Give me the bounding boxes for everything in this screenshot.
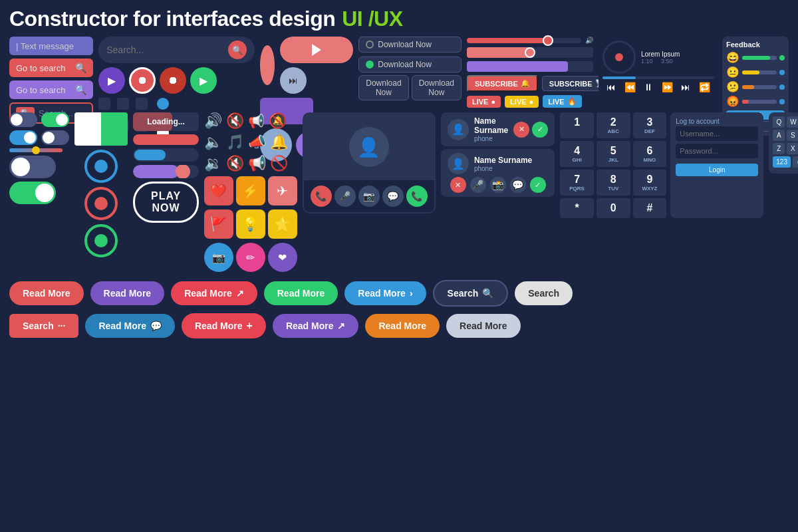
key-z[interactable]: Z	[773, 143, 785, 154]
speaker-icon[interactable]: 📣	[248, 134, 266, 151]
pause-btn[interactable]: ⏸	[644, 82, 653, 92]
readmore-btn-purple[interactable]: Read More	[90, 281, 165, 305]
no-music-icon[interactable]: 🎵	[226, 134, 244, 151]
loudspeaker-icon[interactable]: 📢	[248, 155, 266, 172]
accept-btn-1[interactable]: ✓	[532, 122, 548, 138]
volume-icon[interactable]: 🔊	[204, 112, 222, 130]
decline-btn-2[interactable]: ✕	[450, 177, 466, 193]
fb-dot-3[interactable]	[779, 84, 785, 90]
search-btn-dark[interactable]: Search 🔍	[433, 280, 509, 307]
readmore-btn-blue[interactable]: Read More ›	[344, 281, 426, 305]
search-btn-red-2[interactable]: Search ···	[9, 314, 78, 338]
num-4[interactable]: 4GHI	[560, 141, 594, 167]
circle-record-btn-2[interactable]: ⏺	[160, 67, 186, 94]
search-btn-white[interactable]: Search	[515, 281, 573, 305]
key-s[interactable]: S	[787, 130, 798, 141]
download-now-flat-btn-2[interactable]: Download Now	[412, 75, 462, 100]
live-badge-yellow[interactable]: LIVE ●	[505, 96, 539, 108]
readmore-btn-light[interactable]: Read More	[446, 314, 521, 338]
key-w[interactable]: W	[787, 116, 798, 128]
radio-1-checked[interactable]	[157, 98, 169, 110]
insta-btn[interactable]: 📸	[490, 177, 506, 193]
circle-no-icon[interactable]: 🚫	[270, 155, 288, 172]
readmore-btn-pinkred[interactable]: Read More ↗	[171, 281, 257, 305]
toggle-blue-1[interactable]	[9, 130, 37, 145]
go-to-search-input-2[interactable]: Go to search 🔍	[9, 80, 93, 99]
next-btn[interactable]: ⏭	[681, 82, 690, 92]
live-badge-red[interactable]: LIVE ●	[467, 96, 501, 108]
big-toggle-off[interactable]	[9, 156, 56, 178]
readmore-btn-share[interactable]: Read More ↗	[273, 314, 359, 338]
range-track-1[interactable]	[467, 38, 581, 43]
play-now-btn[interactable]: PLAY NOW	[133, 182, 199, 223]
heart-btn-sm[interactable]: ❤	[268, 243, 297, 272]
toggle-off-1[interactable]	[9, 112, 37, 127]
checkbox-1[interactable]	[98, 98, 110, 110]
circle-play-btn[interactable]: ▶	[98, 67, 125, 94]
num-6[interactable]: 6MNO	[633, 141, 667, 167]
range-track-2[interactable]	[467, 47, 593, 58]
progress-with-thumb[interactable]	[133, 165, 199, 178]
num-star[interactable]: *	[560, 198, 594, 218]
readmore-btn-orange[interactable]: Read More	[365, 314, 440, 338]
radio-ring-red[interactable]	[84, 187, 118, 220]
range-track-3[interactable]	[467, 61, 593, 72]
search-submit-btn[interactable]: 🔍	[228, 41, 247, 59]
fb-dot-4[interactable]	[779, 99, 785, 104]
download-btn-1[interactable]: Download Now	[358, 37, 462, 53]
big-toggle-on[interactable]	[9, 182, 56, 204]
key-emoji[interactable]: ☺	[793, 156, 798, 168]
no-bell-icon[interactable]: 🔔	[270, 134, 288, 151]
gradient-slider[interactable]	[9, 148, 63, 152]
rew-btn[interactable]: ⏪	[624, 82, 636, 92]
key-x[interactable]: X	[787, 143, 798, 154]
mic-btn[interactable]: 🎤	[334, 186, 356, 207]
num-2[interactable]: 2ABC	[597, 112, 630, 138]
hangup-btn[interactable]: 📞	[311, 186, 332, 207]
no-vol-icon[interactable]: 🔇	[226, 155, 244, 172]
chat-btn[interactable]: 💬	[382, 186, 404, 207]
checkbox-3[interactable]	[136, 98, 148, 110]
radio-ring-blue[interactable]	[84, 150, 118, 183]
next-btn-circle[interactable]: ⏭	[280, 67, 307, 94]
live-badge-blue[interactable]: LIVE 🔥	[543, 95, 581, 108]
edit-btn[interactable]: ✏	[236, 243, 265, 272]
camera-btn[interactable]: 📷	[204, 243, 233, 272]
heart-btn-red[interactable]: ❤️	[204, 176, 233, 205]
lightning-btn[interactable]: ⚡	[236, 176, 265, 205]
num-hash[interactable]: #	[633, 198, 667, 218]
radio-ring-green[interactable]	[84, 224, 118, 257]
location-btn[interactable]: ✈	[268, 176, 297, 205]
readmore-btn-red[interactable]: Read More	[9, 281, 84, 305]
key-123[interactable]: 123	[773, 156, 791, 168]
password-field[interactable]	[676, 144, 758, 158]
mic-btn-2[interactable]: 🎤	[470, 177, 486, 193]
num-7[interactable]: 7PQRS	[560, 170, 594, 196]
toggle-on-1[interactable]	[41, 112, 69, 127]
num-8[interactable]: 8TUV	[597, 170, 630, 196]
no-sound-icon[interactable]: 🔈	[204, 134, 222, 151]
vol-down-icon[interactable]: 🔉	[204, 155, 222, 172]
chat-btn-2[interactable]: 💬	[510, 177, 526, 193]
decline-btn-1[interactable]: ✕	[513, 122, 529, 138]
checkbox-2[interactable]	[117, 98, 129, 110]
username-field[interactable]	[676, 126, 758, 141]
subscribe-btn-red[interactable]: SUBSCRIBE 🔔	[467, 75, 538, 92]
login-btn[interactable]: Login	[676, 164, 758, 176]
key-a[interactable]: A	[773, 130, 785, 141]
accept-btn-2[interactable]: ✓	[530, 177, 546, 193]
heart-btn-blue[interactable]: 🚩	[204, 209, 233, 239]
readmore-btn-green[interactable]: Read More	[264, 281, 338, 305]
text-message-input[interactable]: | Text message	[9, 37, 93, 55]
mute-icon[interactable]: 🔕	[269, 112, 287, 130]
radio-unchecked[interactable]	[366, 41, 374, 49]
timeline-bar[interactable]	[602, 76, 714, 79]
repeat-btn[interactable]: 🔁	[699, 82, 710, 92]
num-1[interactable]: 1	[560, 112, 594, 138]
fb-dot-1[interactable]	[779, 55, 785, 61]
volume-slash-icon[interactable]: 📢	[248, 113, 265, 129]
cam-btn[interactable]: 📷	[358, 186, 380, 207]
volume-x-icon[interactable]: 🔇	[226, 112, 244, 130]
num-0[interactable]: 0	[597, 198, 630, 218]
readmore-btn-plus[interactable]: Read More +	[182, 313, 266, 338]
